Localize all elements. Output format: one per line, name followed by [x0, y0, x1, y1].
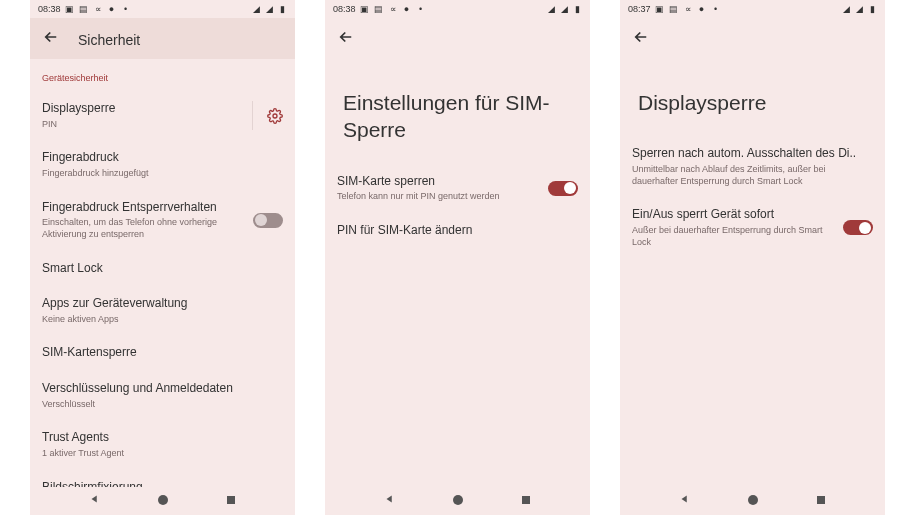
row-sub: Fingerabdruck hinzugefügt: [42, 168, 283, 180]
row-title: Fingerabdruck Entsperrverhalten: [42, 200, 243, 216]
nav-recents-icon[interactable]: [815, 492, 827, 510]
nav-back-icon[interactable]: [383, 492, 397, 510]
nav-bar: [325, 487, 590, 515]
nav-bar: [30, 487, 295, 515]
row-sub: 1 aktiver Trust Agent: [42, 448, 283, 460]
status-time: 08:38: [333, 4, 356, 14]
svg-point-1: [158, 495, 168, 505]
notif-icon: •: [711, 4, 721, 14]
row-sim-lock-toggle[interactable]: SIM-Karte sperren Telefon kann nur mit P…: [325, 164, 590, 213]
row-title: Verschlüsselung und Anmeldedaten: [42, 381, 283, 397]
page-header: Sicherheit: [30, 18, 295, 59]
notif-icon: ▤: [374, 4, 384, 14]
notif-icon: •: [121, 4, 131, 14]
toggle-power-lock[interactable]: [843, 220, 873, 235]
page-header: [325, 18, 590, 59]
phone-screen-2: 08:38 ▣ ▤ ∝ ● • ◢ ◢ ▮ Einstellungen für …: [325, 0, 590, 515]
row-title: Fingerabdruck: [42, 150, 283, 166]
svg-point-0: [273, 114, 277, 118]
gear-icon[interactable]: [267, 108, 283, 124]
row-display-lock[interactable]: Displaysperre PIN: [30, 91, 295, 140]
battery-icon: ▮: [277, 4, 287, 14]
svg-rect-4: [522, 496, 530, 504]
back-icon[interactable]: [337, 28, 355, 51]
back-icon[interactable]: [632, 28, 650, 51]
page-title: Sicherheit: [78, 32, 140, 48]
svg-point-3: [453, 495, 463, 505]
notif-icon: ●: [402, 4, 412, 14]
row-title: SIM-Kartensperre: [42, 345, 283, 361]
row-sub: Außer bei dauerhafter Entsperrung durch …: [632, 225, 833, 248]
wifi-icon: ◢: [546, 4, 556, 14]
page-title: Displaysperre: [620, 59, 885, 136]
toggle-fingerprint-unlock[interactable]: [253, 213, 283, 228]
phone-screen-1: 08:38 ▣ ▤ ∝ ● • ◢ ◢ ▮ Sicherheit Gerätes…: [30, 0, 295, 515]
back-icon[interactable]: [42, 28, 60, 51]
battery-icon: ▮: [572, 4, 582, 14]
row-device-admin[interactable]: Apps zur Geräteverwaltung Keine aktiven …: [30, 286, 295, 335]
row-title: Sperren nach autom. Ausschalten des Di..: [632, 146, 873, 162]
battery-icon: ▮: [867, 4, 877, 14]
row-sub: Einschalten, um das Telefon ohne vorheri…: [42, 217, 243, 240]
status-bar: 08:38 ▣ ▤ ∝ ● • ◢ ◢ ▮: [30, 0, 295, 18]
signal-icon: ◢: [559, 4, 569, 14]
row-fingerprint-unlock[interactable]: Fingerabdruck Entsperrverhalten Einschal…: [30, 190, 295, 251]
row-sub: PIN: [42, 119, 242, 131]
nav-recents-icon[interactable]: [520, 492, 532, 510]
content-area: Sperren nach autom. Ausschalten des Di..…: [620, 136, 885, 487]
svg-point-5: [748, 495, 758, 505]
signal-icon: ◢: [264, 4, 274, 14]
status-bar: 08:37 ▣ ▤ ∝ ● • ◢ ◢ ▮: [620, 0, 885, 18]
row-sub: Telefon kann nur mit PIN genutzt werden: [337, 191, 538, 203]
notif-icon: ●: [107, 4, 117, 14]
content-area: Gerätesicherheit Displaysperre PIN Finge…: [30, 59, 295, 487]
row-screen-pinning[interactable]: Bildschirmfixierung Aus: [30, 470, 295, 487]
row-encryption[interactable]: Verschlüsselung und Anmeldedaten Verschl…: [30, 371, 295, 420]
nav-home-icon[interactable]: [452, 492, 464, 510]
notif-icon: ∝: [93, 4, 103, 14]
nav-back-icon[interactable]: [678, 492, 692, 510]
notif-icon: •: [416, 4, 426, 14]
row-title: Apps zur Geräteverwaltung: [42, 296, 283, 312]
nav-recents-icon[interactable]: [225, 492, 237, 510]
wifi-icon: ◢: [251, 4, 261, 14]
notif-icon: ▤: [79, 4, 89, 14]
row-title: Bildschirmfixierung: [42, 480, 283, 487]
notif-icon: ▣: [360, 4, 370, 14]
row-title: SIM-Karte sperren: [337, 174, 538, 190]
row-power-lock[interactable]: Ein/Aus sperrt Gerät sofort Außer bei da…: [620, 197, 885, 258]
svg-rect-6: [817, 496, 825, 504]
phone-screen-3: 08:37 ▣ ▤ ∝ ● • ◢ ◢ ▮ Displaysperre Sper…: [620, 0, 885, 515]
row-fingerprint[interactable]: Fingerabdruck Fingerabdruck hinzugefügt: [30, 140, 295, 189]
status-time: 08:38: [38, 4, 61, 14]
wifi-icon: ◢: [841, 4, 851, 14]
row-lock-after[interactable]: Sperren nach autom. Ausschalten des Di..…: [620, 136, 885, 197]
notif-icon: ∝: [388, 4, 398, 14]
nav-home-icon[interactable]: [157, 492, 169, 510]
row-sim-lock[interactable]: SIM-Kartensperre: [30, 335, 295, 371]
notif-icon: ▣: [655, 4, 665, 14]
notif-icon: ●: [697, 4, 707, 14]
row-sub: Verschlüsselt: [42, 399, 283, 411]
nav-bar: [620, 487, 885, 515]
row-title: Trust Agents: [42, 430, 283, 446]
notif-icon: ▤: [669, 4, 679, 14]
svg-rect-2: [227, 496, 235, 504]
nav-back-icon[interactable]: [88, 492, 102, 510]
page-header: [620, 18, 885, 59]
nav-home-icon[interactable]: [747, 492, 759, 510]
signal-icon: ◢: [854, 4, 864, 14]
row-title: Ein/Aus sperrt Gerät sofort: [632, 207, 833, 223]
status-bar: 08:38 ▣ ▤ ∝ ● • ◢ ◢ ▮: [325, 0, 590, 18]
status-time: 08:37: [628, 4, 651, 14]
row-trust-agents[interactable]: Trust Agents 1 aktiver Trust Agent: [30, 420, 295, 469]
row-smart-lock[interactable]: Smart Lock: [30, 251, 295, 287]
row-title: PIN für SIM-Karte ändern: [337, 223, 578, 239]
page-title: Einstellungen für SIM-Sperre: [325, 59, 590, 164]
row-sub: Unmittelbar nach Ablauf des Zeitlimits, …: [632, 164, 873, 187]
content-area: SIM-Karte sperren Telefon kann nur mit P…: [325, 164, 590, 487]
row-change-sim-pin[interactable]: PIN für SIM-Karte ändern: [325, 213, 590, 249]
row-sub: Keine aktiven Apps: [42, 314, 283, 326]
row-title: Smart Lock: [42, 261, 283, 277]
toggle-sim-lock[interactable]: [548, 181, 578, 196]
